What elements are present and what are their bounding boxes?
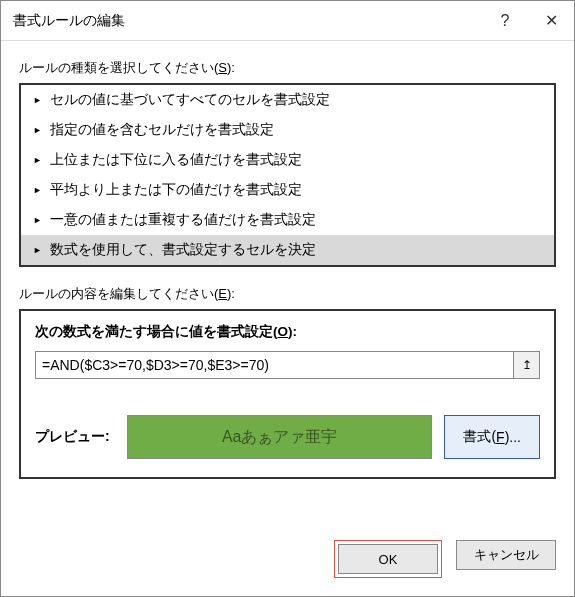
- collapse-dialog-icon: ↥: [522, 358, 532, 372]
- rule-type-item-label: 数式を使用して、書式設定するセルを決定: [50, 241, 316, 259]
- rule-type-item-label: 一意の値または重複する値だけを書式設定: [50, 211, 316, 229]
- rule-type-item[interactable]: ► 平均より上または下の値だけを書式設定: [21, 175, 554, 205]
- arrow-icon: ►: [33, 245, 42, 255]
- rule-type-item[interactable]: ► 一意の値または重複する値だけを書式設定: [21, 205, 554, 235]
- arrow-icon: ►: [33, 95, 42, 105]
- arrow-icon: ►: [33, 155, 42, 165]
- rule-type-item-label: 上位または下位に入る値だけを書式設定: [50, 151, 302, 169]
- rule-type-item-label: セルの値に基づいてすべてのセルを書式設定: [50, 91, 330, 109]
- format-button[interactable]: 書式(F)...: [444, 415, 540, 459]
- rule-type-item-label: 平均より上または下の値だけを書式設定: [50, 181, 302, 199]
- rule-content-box: 次の数式を満たす場合に値を書式設定(O): ↥ プレビュー: Aaあぁアァ亜宇 …: [19, 309, 556, 479]
- dialog-title: 書式ルールの編集: [13, 12, 482, 30]
- rule-type-item[interactable]: ► 数式を使用して、書式設定するセルを決定: [21, 235, 554, 265]
- arrow-icon: ►: [33, 125, 42, 135]
- rule-type-item[interactable]: ► セルの値に基づいてすべてのセルを書式設定: [21, 85, 554, 115]
- titlebar: 書式ルールの編集 ? ✕: [1, 1, 574, 41]
- rule-type-item[interactable]: ► 上位または下位に入る値だけを書式設定: [21, 145, 554, 175]
- preview-label: プレビュー:: [35, 428, 115, 446]
- rule-type-label: ルールの種類を選択してください(S):: [19, 59, 556, 77]
- reference-picker-button[interactable]: ↥: [513, 352, 539, 378]
- dialog-content: ルールの種類を選択してください(S): ► セルの値に基づいてすべてのセルを書式…: [1, 41, 574, 540]
- ok-highlight: OK: [334, 540, 442, 578]
- edit-format-rule-dialog: 書式ルールの編集 ? ✕ ルールの種類を選択してください(S): ► セルの値に…: [0, 0, 575, 597]
- formula-row: ↥: [35, 351, 540, 379]
- rule-type-item-label: 指定の値を含むセルだけを書式設定: [50, 121, 274, 139]
- formula-input[interactable]: [36, 352, 513, 378]
- dialog-buttons: OK キャンセル: [1, 540, 574, 596]
- rule-type-item[interactable]: ► 指定の値を含むセルだけを書式設定: [21, 115, 554, 145]
- rule-content-label: ルールの内容を編集してください(E):: [19, 285, 556, 303]
- help-button[interactable]: ?: [482, 1, 528, 41]
- formula-label: 次の数式を満たす場合に値を書式設定(O):: [35, 323, 540, 341]
- ok-button[interactable]: OK: [338, 544, 438, 574]
- cancel-button[interactable]: キャンセル: [456, 540, 556, 570]
- arrow-icon: ►: [33, 185, 42, 195]
- rule-type-list[interactable]: ► セルの値に基づいてすべてのセルを書式設定 ► 指定の値を含むセルだけを書式設…: [19, 83, 556, 267]
- close-button[interactable]: ✕: [528, 1, 574, 41]
- preview-row: プレビュー: Aaあぁアァ亜宇 書式(F)...: [35, 415, 540, 459]
- arrow-icon: ►: [33, 215, 42, 225]
- preview-swatch: Aaあぁアァ亜宇: [127, 415, 432, 459]
